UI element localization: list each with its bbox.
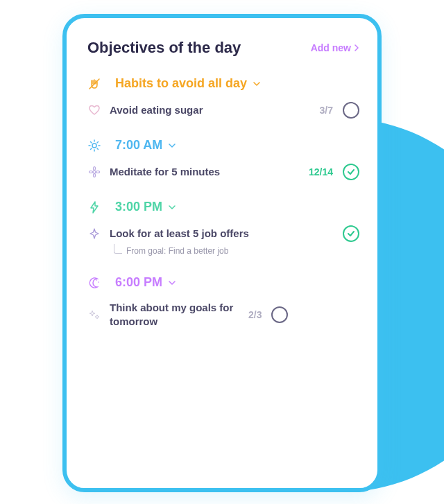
check-icon bbox=[346, 167, 356, 177]
add-new-button[interactable]: Add new bbox=[311, 42, 359, 53]
section-title-avoid: Habits to avoid all day bbox=[115, 76, 247, 91]
status-toggle-meditate[interactable] bbox=[343, 164, 359, 180]
status-toggle-goals[interactable] bbox=[271, 306, 288, 323]
connector-icon bbox=[114, 244, 122, 254]
bolt-icon bbox=[87, 200, 101, 214]
item-jobs: Look for at least 5 job offers bbox=[87, 225, 359, 242]
section-header-avoid[interactable]: Habits to avoid all day bbox=[87, 76, 359, 91]
item-text-jobs: Look for at least 5 job offers bbox=[110, 227, 343, 241]
svg-point-13 bbox=[89, 171, 93, 173]
item-goals: Think about my goals for tomorrow 2/3 bbox=[87, 301, 359, 328]
item-count-sugar: 3/7 bbox=[320, 105, 333, 116]
item-text-sugar: Avoid eating sugar bbox=[110, 103, 320, 117]
section-title-afternoon: 3:00 PM bbox=[115, 200, 162, 214]
section-header-afternoon[interactable]: 3:00 PM bbox=[87, 200, 359, 214]
svg-line-7 bbox=[97, 148, 99, 150]
no-hand-icon bbox=[87, 77, 101, 91]
item-text-meditate: Meditate for 5 minutes bbox=[110, 165, 309, 179]
svg-point-12 bbox=[94, 174, 96, 177]
svg-line-8 bbox=[91, 148, 92, 150]
goal-note-jobs: From goal: Find a better job bbox=[114, 246, 359, 256]
svg-line-6 bbox=[91, 141, 92, 143]
svg-line-9 bbox=[97, 141, 99, 143]
chevron-down-icon bbox=[168, 143, 176, 148]
goal-text-jobs: From goal: Find a better job bbox=[126, 246, 228, 256]
item-count-meditate: 12/14 bbox=[309, 166, 333, 177]
chevron-right-icon bbox=[354, 44, 359, 51]
item-count-goals: 2/3 bbox=[248, 309, 262, 320]
section-title-morning: 7:00 AM bbox=[115, 138, 162, 153]
page-title: Objectives of the day bbox=[87, 39, 241, 57]
chevron-down-icon bbox=[168, 205, 176, 210]
sparkle-icon bbox=[87, 227, 101, 240]
device-frame: Objectives of the day Add new Habits to … bbox=[62, 14, 382, 492]
svg-point-1 bbox=[92, 144, 96, 148]
section-title-evening: 6:00 PM bbox=[115, 275, 162, 290]
item-sugar: Avoid eating sugar 3/7 bbox=[87, 102, 359, 119]
add-new-label: Add new bbox=[311, 42, 351, 53]
svg-point-16 bbox=[98, 281, 99, 283]
svg-point-15 bbox=[96, 279, 97, 281]
section-header-morning[interactable]: 7:00 AM bbox=[87, 138, 359, 153]
chevron-down-icon bbox=[253, 81, 261, 87]
heart-icon bbox=[87, 104, 101, 116]
section-header-evening[interactable]: 6:00 PM bbox=[87, 275, 359, 290]
sparkles-icon bbox=[87, 309, 101, 321]
status-toggle-sugar[interactable] bbox=[343, 102, 359, 119]
item-text-goals: Think about my goals for tomorrow bbox=[110, 301, 248, 328]
moon-icon bbox=[87, 276, 101, 290]
flower-icon bbox=[87, 166, 101, 178]
sun-icon bbox=[87, 139, 101, 153]
svg-point-11 bbox=[94, 167, 96, 171]
chevron-down-icon bbox=[168, 280, 176, 286]
check-icon bbox=[346, 229, 356, 238]
svg-point-10 bbox=[93, 171, 96, 173]
status-toggle-jobs[interactable] bbox=[343, 225, 359, 242]
item-meditate: Meditate for 5 minutes 12/14 bbox=[87, 164, 359, 180]
svg-point-14 bbox=[96, 171, 100, 173]
